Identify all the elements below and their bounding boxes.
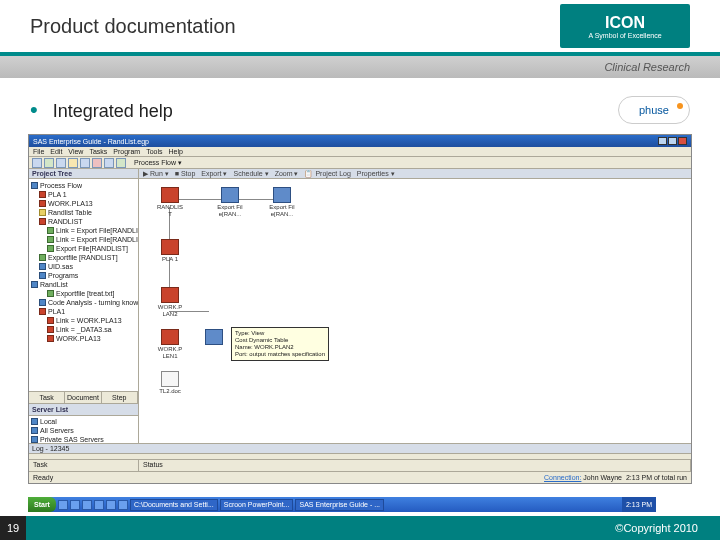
- quicklaunch-icon[interactable]: [82, 500, 92, 510]
- tree-item[interactable]: Link = Export File[RANDLIST: [31, 226, 136, 235]
- project-tree-pane: Project Tree Process FlowPLA 1WORK.PLA13…: [29, 169, 139, 443]
- quicklaunch-icon[interactable]: [70, 500, 80, 510]
- zoom-button[interactable]: Zoom ▾: [275, 170, 299, 178]
- bullet-row: • Integrated help phuse: [30, 96, 690, 124]
- menu-edit[interactable]: Edit: [50, 148, 62, 155]
- app-window: SAS Enterprise Guide - RandList.egp File…: [28, 134, 692, 484]
- side-tabs[interactable]: Task Document Step: [29, 391, 138, 403]
- tab-document[interactable]: Document: [65, 392, 101, 403]
- task-grid-header: Task Status: [29, 459, 691, 471]
- tree-item[interactable]: WORK.PLA13: [31, 199, 136, 208]
- node-workplan2[interactable]: WORK.PLAN2: [157, 287, 183, 318]
- tree-item[interactable]: Programs: [31, 271, 136, 280]
- tab-task[interactable]: Task: [29, 392, 65, 403]
- tool-icon[interactable]: [104, 158, 114, 168]
- tree-item[interactable]: PLA 1: [31, 190, 136, 199]
- schedule-button[interactable]: Schedule ▾: [234, 170, 269, 178]
- tree-item[interactable]: Link = WORK.PLA13: [31, 316, 136, 325]
- node-link[interactable]: [201, 329, 227, 345]
- projectlog-button[interactable]: 📋 Project Log: [304, 170, 350, 178]
- slide-title: Product documentation: [30, 15, 236, 38]
- menu-tasks[interactable]: Tasks: [89, 148, 107, 155]
- tree-item[interactable]: Code Analysis - turning known ins: [31, 298, 136, 307]
- slide-header: Product documentation ICON A Symbol of E…: [0, 0, 720, 56]
- node-exportfile[interactable]: Export File[RAN...: [217, 187, 243, 218]
- statusbar: Ready Connection: John Wayne 2:13 PM of …: [29, 471, 691, 483]
- bullet-text: Integrated help: [53, 101, 173, 121]
- window-title: SAS Enterprise Guide - RandList.egp: [33, 138, 149, 145]
- tree-item[interactable]: Exportfile [treat.txt]: [31, 289, 136, 298]
- menu-program[interactable]: Program: [113, 148, 140, 155]
- node-randlist[interactable]: RANDLIST: [157, 187, 183, 218]
- taskbar-item[interactable]: SAS Enterprise Guide - ...: [295, 499, 384, 511]
- canvas-toolbar[interactable]: ▶ Run ▾ ■ Stop Export ▾ Schedule ▾ Zoom …: [139, 169, 691, 179]
- menu-tools[interactable]: Tools: [146, 148, 162, 155]
- titlebar[interactable]: SAS Enterprise Guide - RandList.egp: [29, 135, 691, 147]
- taskbar-item[interactable]: Scroon PowerPoint...: [220, 499, 294, 511]
- connection-link[interactable]: Connection:: [544, 474, 581, 481]
- node-pla1[interactable]: PLA 1: [157, 239, 183, 263]
- tool-icon[interactable]: [32, 158, 42, 168]
- system-tray[interactable]: 2:13 PM: [622, 497, 656, 512]
- tooltip: Type: View Cost Dynamic Table Name: WORK…: [231, 327, 329, 361]
- tool-icon[interactable]: [116, 158, 126, 168]
- tree-item[interactable]: RANDLIST: [31, 217, 136, 226]
- pane-title: Project Tree: [29, 169, 138, 179]
- tool-icon[interactable]: [68, 158, 78, 168]
- stop-button[interactable]: ■ Stop: [175, 170, 196, 177]
- quicklaunch-icon[interactable]: [106, 500, 116, 510]
- quicklaunch-icon[interactable]: [58, 500, 68, 510]
- tree-item[interactable]: Link = Export File[RANDLIST: [31, 235, 136, 244]
- run-button[interactable]: ▶ Run ▾: [143, 170, 169, 178]
- tab-step[interactable]: Step: [102, 392, 138, 403]
- toolbar[interactable]: Process Flow ▾: [29, 157, 691, 169]
- tree-item[interactable]: Link = _DATA3.sa: [31, 325, 136, 334]
- icon-logo: ICON A Symbol of Excellence: [560, 4, 690, 48]
- window-controls[interactable]: [657, 137, 687, 146]
- node-doc[interactable]: TL2.doc: [157, 371, 183, 395]
- server-list[interactable]: Server List Local All Servers Private SA…: [29, 403, 138, 443]
- tree-item[interactable]: RandList: [31, 280, 136, 289]
- flow-tab[interactable]: Process Flow ▾: [134, 159, 182, 167]
- menu-view[interactable]: View: [68, 148, 83, 155]
- tool-icon[interactable]: [80, 158, 90, 168]
- windows-taskbar[interactable]: Start C:\Documents and Setti... Scroon P…: [28, 497, 656, 512]
- node-exportfile2[interactable]: Export File[RAN...: [269, 187, 295, 218]
- tree-item[interactable]: PLA1: [31, 307, 136, 316]
- quicklaunch-icon[interactable]: [118, 500, 128, 510]
- export-button[interactable]: Export ▾: [201, 170, 227, 178]
- menu-help[interactable]: Help: [168, 148, 182, 155]
- log-pane: Log - 12345: [29, 443, 691, 459]
- tree-item[interactable]: Process Flow: [31, 181, 136, 190]
- sub-header: Clinical Research: [0, 56, 720, 78]
- tree-item[interactable]: Randlist Table: [31, 208, 136, 217]
- copyright: ©Copyright 2010: [615, 522, 698, 534]
- tree-item[interactable]: Exportfile [RANDLIST]: [31, 253, 136, 262]
- phuse-logo: phuse: [618, 96, 690, 124]
- slide-footer: ©Copyright 2010: [0, 516, 720, 540]
- properties-button[interactable]: Properties ▾: [357, 170, 395, 178]
- menubar[interactable]: File Edit View Tasks Program Tools Help: [29, 147, 691, 157]
- menu-file[interactable]: File: [33, 148, 44, 155]
- tree-item[interactable]: Export File[RANDLIST]: [31, 244, 136, 253]
- tool-icon[interactable]: [92, 158, 102, 168]
- project-tree[interactable]: Process FlowPLA 1WORK.PLA13Randlist Tabl…: [29, 179, 138, 391]
- tree-item[interactable]: WORK.PLA13: [31, 334, 136, 343]
- process-flow-canvas[interactable]: ▶ Run ▾ ■ Stop Export ▾ Schedule ▾ Zoom …: [139, 169, 691, 443]
- tool-icon[interactable]: [56, 158, 66, 168]
- slide-number: 19: [0, 516, 26, 540]
- node-workplen1[interactable]: WORK.PLEN1: [157, 329, 183, 360]
- tool-icon[interactable]: [44, 158, 54, 168]
- start-button[interactable]: Start: [28, 497, 56, 512]
- quicklaunch-icon[interactable]: [94, 500, 104, 510]
- tree-item[interactable]: UID.sas: [31, 262, 136, 271]
- taskbar-item[interactable]: C:\Documents and Setti...: [130, 499, 218, 511]
- bullet-dot-icon: •: [30, 97, 38, 122]
